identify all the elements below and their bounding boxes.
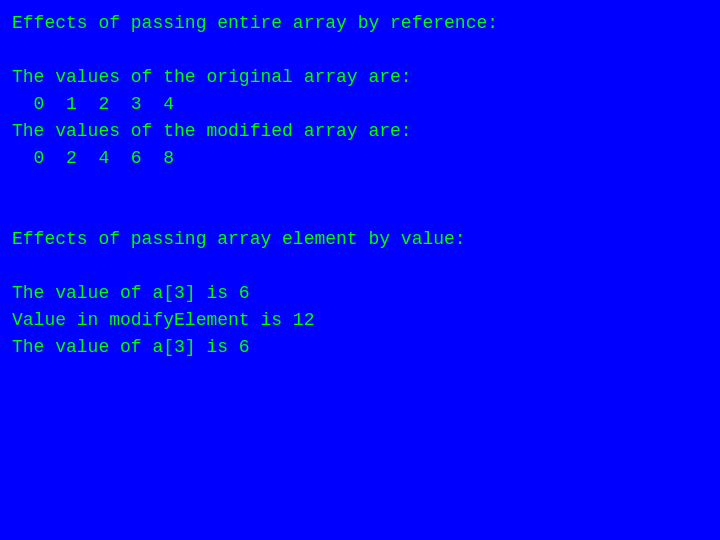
section1-line3: The values of the modified array are:: [12, 118, 708, 145]
section1-title: Effects of passing entire array by refer…: [12, 10, 708, 37]
section1-line2: 0 1 2 3 4: [12, 91, 708, 118]
section2-line3: The value of a[3] is 6: [12, 334, 708, 361]
spacer3: [12, 199, 708, 226]
spacer4: [12, 253, 708, 280]
section2-title: Effects of passing array element by valu…: [12, 226, 708, 253]
section2-line1: The value of a[3] is 6: [12, 280, 708, 307]
output-container: Effects of passing entire array by refer…: [12, 10, 708, 361]
section2-line2: Value in modifyElement is 12: [12, 307, 708, 334]
spacer1: [12, 37, 708, 64]
section1-line1: The values of the original array are:: [12, 64, 708, 91]
section1-line4: 0 2 4 6 8: [12, 145, 708, 172]
spacer2: [12, 172, 708, 199]
